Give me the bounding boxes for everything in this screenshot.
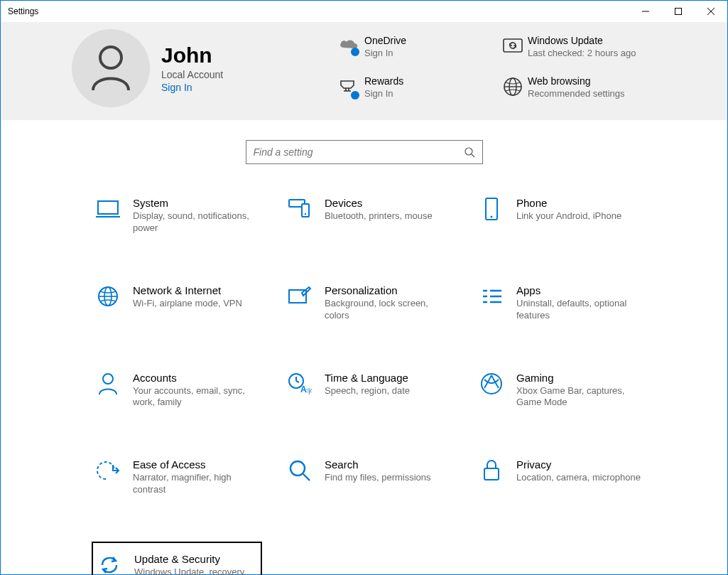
window-controls	[629, 1, 727, 22]
category-phone[interactable]: Phone Link your Android, iPhone	[475, 193, 646, 239]
category-network[interactable]: Network & Internet Wi-Fi, airplane mode,…	[92, 280, 262, 326]
category-title: Personalization	[325, 284, 450, 296]
svg-rect-6	[504, 39, 522, 52]
category-sub: Find my files, permissions	[325, 472, 431, 484]
category-gaming[interactable]: Gaming Xbox Game Bar, captures, Game Mod…	[475, 367, 646, 414]
user-name: John	[161, 43, 223, 68]
gaming-icon	[479, 372, 504, 396]
category-title: Phone	[516, 197, 621, 209]
tile-title: OneDrive	[364, 35, 406, 46]
titlebar: Settings	[1, 1, 727, 22]
user-icon	[89, 43, 133, 93]
category-sub: Bluetooth, printers, mouse	[325, 210, 433, 222]
network-icon	[96, 284, 120, 308]
category-ease-of-access[interactable]: Ease of Access Narrator, magnifier, high…	[92, 454, 262, 500]
update-security-icon	[97, 553, 121, 575]
category-accounts[interactable]: Accounts Your accounts, email, sync, wor…	[92, 367, 262, 414]
svg-point-4	[100, 47, 121, 68]
category-apps[interactable]: Apps Uninstall, defaults, optional featu…	[475, 280, 646, 326]
svg-point-19	[491, 216, 493, 218]
svg-line-38	[303, 474, 310, 480]
svg-rect-16	[302, 204, 309, 217]
category-sub: Background, lock screen, colors	[325, 298, 450, 322]
minimize-button[interactable]	[629, 1, 662, 22]
category-update-security[interactable]: Update & Security Windows Update, recove…	[92, 542, 262, 575]
category-privacy[interactable]: Privacy Location, camera, microphone	[475, 454, 646, 500]
svg-point-7	[351, 91, 359, 100]
category-time-language[interactable]: A字 Time & Language Speech, region, date	[283, 367, 454, 414]
devices-icon	[288, 197, 312, 221]
category-title: Time & Language	[325, 372, 410, 384]
svg-line-12	[472, 154, 474, 157]
close-icon	[707, 8, 715, 15]
ease-of-access-icon	[96, 458, 120, 483]
category-sub: Xbox Game Bar, captures, Game Mode	[516, 385, 641, 409]
user-signin-link[interactable]: Sign In	[161, 82, 223, 93]
category-system[interactable]: System Display, sound, notifications, po…	[92, 193, 262, 239]
tile-sub: Sign In	[364, 48, 406, 58]
search-icon	[464, 146, 475, 158]
category-title: Privacy	[516, 458, 641, 471]
svg-point-30	[103, 374, 113, 384]
header: John Local Account Sign In OneDrive Sign…	[1, 22, 727, 120]
time-language-icon: A字	[288, 372, 312, 396]
globe-icon	[498, 75, 528, 97]
user-account-type: Local Account	[161, 69, 223, 80]
svg-line-33	[296, 381, 299, 382]
user-block[interactable]: John Local Account Sign In	[72, 29, 335, 107]
category-search[interactable]: Search Find my files, permissions	[283, 454, 454, 500]
category-sub: Location, camera, microphone	[516, 472, 641, 484]
search-wrap	[1, 120, 727, 193]
tile-sub: Sign In	[364, 88, 403, 99]
svg-rect-39	[484, 468, 499, 480]
search-box[interactable]	[246, 140, 483, 164]
onedrive-icon	[335, 35, 364, 58]
category-devices[interactable]: Devices Bluetooth, printers, mouse	[283, 193, 454, 239]
tile-onedrive[interactable]: OneDrive Sign In	[335, 35, 491, 58]
category-sub: Windows Update, recovery, backup	[134, 566, 256, 575]
search-category-icon	[288, 458, 312, 483]
category-title: System	[133, 197, 258, 209]
category-title: Update & Security	[134, 553, 256, 565]
windows-update-icon	[498, 35, 528, 55]
avatar	[72, 29, 150, 107]
category-title: Network & Internet	[133, 284, 242, 296]
category-sub: Link your Android, iPhone	[516, 210, 621, 222]
category-title: Search	[325, 458, 431, 471]
search-input[interactable]	[254, 146, 464, 158]
tile-web-browsing[interactable]: Web browsing Recommended settings	[498, 75, 654, 101]
category-sub: Speech, region, date	[325, 385, 410, 397]
category-title: Devices	[325, 197, 433, 209]
tile-rewards[interactable]: Rewards Sign In	[335, 75, 491, 101]
category-sub: Wi-Fi, airplane mode, VPN	[133, 298, 242, 310]
svg-point-17	[305, 213, 306, 215]
svg-rect-1	[675, 9, 682, 15]
category-sub: Your accounts, email, sync, work, family	[133, 385, 258, 409]
tile-sub: Recommended settings	[528, 88, 625, 99]
category-title: Ease of Access	[133, 458, 258, 471]
category-title: Accounts	[133, 372, 258, 384]
close-button[interactable]	[695, 1, 727, 22]
accounts-icon	[96, 372, 120, 396]
category-sub: Uninstall, defaults, optional features	[516, 298, 641, 322]
maximize-button[interactable]	[662, 1, 695, 22]
privacy-icon	[479, 458, 504, 483]
header-tiles: OneDrive Sign In Windows Update	[335, 29, 727, 101]
svg-rect-13	[98, 201, 118, 214]
tile-windows-update[interactable]: Windows Update Last checked: 2 hours ago	[498, 35, 654, 58]
tile-sub: Last checked: 2 hours ago	[528, 48, 636, 58]
user-text: John Local Account Sign In	[161, 43, 223, 93]
maximize-icon	[675, 8, 682, 15]
window-title: Settings	[8, 6, 629, 16]
settings-window: Settings John Local Account	[0, 0, 728, 575]
phone-icon	[479, 197, 504, 221]
category-sub: Narrator, magnifier, high contrast	[133, 472, 258, 496]
categories-grid: System Display, sound, notifications, po…	[1, 193, 727, 575]
category-title: Gaming	[516, 372, 641, 384]
category-personalization[interactable]: Personalization Background, lock screen,…	[283, 280, 454, 326]
svg-point-11	[465, 148, 472, 155]
tile-title: Rewards	[364, 75, 403, 87]
minimize-icon	[642, 8, 649, 15]
apps-icon	[479, 284, 504, 308]
svg-point-36	[482, 374, 501, 394]
